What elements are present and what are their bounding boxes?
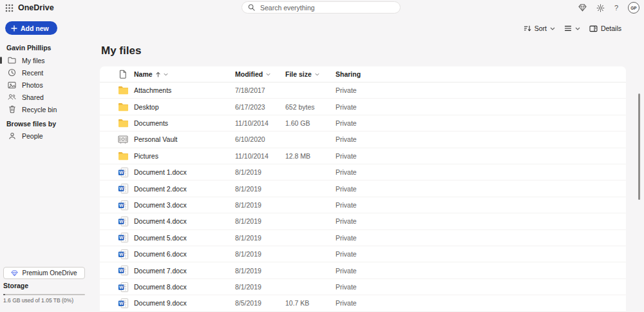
table-row[interactable]: Attachments 7/18/2017 Private [100,83,626,99]
table-header: Name Modified File size Sharing [100,66,626,83]
chevron-down-icon [550,27,555,30]
vertical-scrollbar[interactable] [638,93,640,200]
svg-text:W: W [118,268,123,273]
sidebar-nav-item[interactable]: Recent [0,66,98,79]
file-sharing-status: Private [336,267,626,275]
sort-icon [524,24,531,32]
page-title: My files [101,44,141,57]
plus-icon [11,25,17,32]
search-icon [248,4,255,11]
sidebar-nav-item[interactable]: Photos [0,79,98,91]
diamond-icon [11,270,18,277]
storage-used-indicator [3,294,5,295]
details-button[interactable]: Details [589,24,621,32]
search-box[interactable] [242,1,401,14]
storage-heading: Storage [3,282,28,289]
owner-name: Gavin Phillips [6,44,51,52]
add-new-button[interactable]: Add new [5,21,57,35]
word-icon: W [117,249,129,260]
storage-usage-text: 1.6 GB used of 1.05 TB (0%) [3,297,73,304]
file-sharing-status: Private [336,283,626,291]
file-sharing-status: Private [336,201,626,209]
file-size: 10.7 KB [285,299,336,307]
column-header-sharing[interactable]: Sharing [336,70,626,78]
file-sharing-status: Private [336,217,626,225]
table-row[interactable]: Documents 11/10/2014 1.60 GB Private [100,115,626,132]
trash-icon [8,105,16,113]
file-name: Document 3.docx [129,201,235,209]
table-row[interactable]: W Document 1.docx 8/1/2019 Private [100,164,626,180]
file-name: Document 1.docx [129,168,235,176]
command-bar: Sort Details [524,23,621,34]
table-row[interactable]: W Document 5.docx 8/1/2019 Private [100,230,626,246]
file-modified-date: 8/1/2019 [235,250,285,258]
svg-text:W: W [118,252,123,257]
table-row[interactable]: Pictures 11/10/2014 12.8 MB Private [100,148,626,164]
file-modified-date: 8/1/2019 [235,168,285,176]
table-row[interactable]: W Document 6.docx 8/1/2019 Private [100,246,626,262]
account-avatar[interactable]: GP [628,2,639,14]
svg-text:W: W [118,186,123,191]
file-modified-date: 8/1/2019 [235,234,285,242]
word-icon: W [117,298,129,309]
sidebar-item-label: Photos [22,81,43,89]
table-row[interactable]: W Document 9.docx 8/5/2019 10.7 KB Priva… [100,295,626,311]
column-header-name[interactable]: Name [129,70,235,78]
image-icon [8,81,16,89]
file-size: 12.8 MB [285,152,336,160]
settings-gear-icon[interactable] [596,4,605,12]
file-modified-date: 11/10/2014 [235,152,285,160]
file-sharing-status: Private [336,152,626,160]
file-name: Documents [129,119,235,127]
file-name: Desktop [129,103,235,111]
file-modified-date: 6/17/2023 [235,103,285,111]
table-row[interactable]: Desktop 6/17/2023 652 bytes Private [100,99,626,115]
column-header-file-size[interactable]: File size [285,70,336,78]
sidebar-nav-item[interactable]: My files [0,54,98,66]
search-input[interactable] [259,3,394,12]
svg-text:W: W [118,203,123,208]
folder-icon [117,151,129,161]
help-icon[interactable]: ? [614,4,618,12]
people-pair-icon [8,93,16,101]
sidebar-item-label: Recycle bin [22,106,57,113]
file-modified-date: 6/10/2020 [235,135,285,143]
premium-diamond-icon[interactable] [578,4,587,12]
app-launcher-icon[interactable] [5,4,15,14]
svg-text:W: W [118,235,123,240]
premium-onedrive-button[interactable]: Premium OneDrive [3,267,85,279]
word-icon: W [117,167,129,178]
sort-button[interactable]: Sort [524,24,555,32]
sidebar-nav-item[interactable]: Recycle bin [0,103,98,115]
view-options-button[interactable] [564,25,580,32]
table-row[interactable]: W Document 3.docx 8/1/2019 Private [100,197,626,213]
file-sharing-status: Private [336,86,626,94]
svg-text:W: W [118,219,123,224]
sidebar-item-label: People [22,132,43,140]
folder-icon [117,119,129,128]
table-row[interactable]: W Document 8.docx 8/1/2019 Private [100,279,626,295]
file-modified-date: 8/1/2019 [235,201,285,209]
file-name: Document 8.docx [129,283,235,291]
browse-files-by-heading: Browse files by [6,120,56,128]
word-icon: W [117,183,129,194]
word-icon: W [117,216,129,227]
sidebar-nav-item[interactable]: Shared [0,91,98,103]
file-name: Document 5.docx [129,234,235,242]
file-sharing-status: Private [336,185,626,193]
svg-text:W: W [118,170,123,175]
chevron-down-icon [266,73,270,76]
file-sharing-status: Private [336,135,626,143]
table-row[interactable]: W Document 7.docx 8/1/2019 Private [100,262,626,278]
table-row[interactable]: W Document 2.docx 8/1/2019 Private [100,180,626,197]
sidebar-item-label: Shared [22,93,44,101]
folder-icon [117,86,129,95]
person-icon [8,132,16,140]
folder-outline-icon [8,57,16,64]
table-row[interactable]: Personal Vault 6/10/2020 Private [100,132,626,148]
file-modified-date: 8/1/2019 [235,217,285,225]
file-modified-date: 8/1/2019 [235,283,285,291]
column-header-modified[interactable]: Modified [235,70,285,78]
sidebar-nav-item[interactable]: People [0,130,98,142]
table-row[interactable]: W Document 4.docx 8/1/2019 Private [100,213,626,229]
